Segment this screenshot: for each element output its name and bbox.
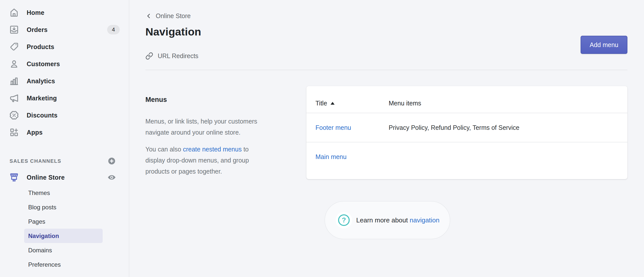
customers-icon [9,59,19,69]
sidebar-item-discounts[interactable]: Discounts [0,107,129,124]
analytics-icon [9,76,19,86]
column-header-label: Title [315,100,327,107]
sidebar-item-label: Analytics [27,77,55,85]
link-chain-icon [145,52,153,60]
column-header-label: Menu items [389,100,421,107]
sidebar-item-products[interactable]: Products [0,38,129,55]
primary-nav: Home Orders 4 Products [0,4,129,141]
storefront-icon [9,172,19,182]
sales-channels-header: SALES CHANNELS [0,153,129,169]
discounts-icon [9,110,19,120]
sidebar-item-label: Apps [27,129,43,136]
column-header-title[interactable]: Title [315,100,389,107]
footer-help: ? Learn more about navigation [325,201,450,239]
sidebar-item-marketing[interactable]: Marketing [0,90,129,107]
sidebar-item-navigation[interactable]: Navigation [24,229,103,243]
column-header-menu-items: Menu items [389,100,421,107]
sidebar-item-preferences[interactable]: Preferences [24,257,103,272]
orders-icon [9,25,19,35]
sidebar-item-analytics[interactable]: Analytics [0,72,129,90]
menus-table-card: Title Menu items Footer menu Privacy Pol… [306,86,627,179]
sidebar-item-label: Online Store [27,174,65,181]
menu-link-footer-menu[interactable]: Footer menu [315,124,351,131]
create-nested-menus-link[interactable]: create nested menus [183,146,242,153]
menu-link-main-menu[interactable]: Main menu [315,153,347,160]
page-title: Navigation [145,26,201,38]
sub-item-label: Navigation [28,232,59,240]
sidebar-item-blog-posts[interactable]: Blog posts [24,200,103,214]
orders-count-badge: 4 [107,25,120,34]
table-row: Footer menu Privacy Policy, Refund Polic… [306,113,627,142]
sub-item-label: Preferences [28,261,61,268]
navigation-help-link[interactable]: navigation [410,216,439,224]
sidebar-item-label: Discounts [27,112,58,119]
sidebar-item-themes[interactable]: Themes [24,186,103,200]
sidebar-item-customers[interactable]: Customers [0,55,129,72]
apps-icon [9,127,19,137]
sidebar: Home Orders 4 Products [0,0,129,277]
sidebar-item-online-store[interactable]: Online Store [0,169,129,186]
menus-section-heading: Menus [145,96,167,104]
sidebar-item-orders[interactable]: Orders 4 [0,21,129,38]
footer-help-text: Learn more about navigation [356,216,439,224]
question-mark-icon[interactable]: ? [338,214,350,226]
sub-item-label: Blog posts [28,204,56,211]
sub-item-label: Themes [28,189,50,196]
header-divider [145,70,627,70]
sort-ascending-caret-icon [331,102,335,105]
online-store-subnav: Themes Blog posts Pages Navigation Domai… [0,186,129,272]
sidebar-item-label: Customers [27,60,60,68]
breadcrumb[interactable]: Online Store [145,11,191,21]
add-sales-channel-button[interactable] [107,156,116,166]
main-content: Online Store Navigation Add menu URL Red… [129,0,644,277]
url-redirects-link[interactable]: URL Redirects [145,50,198,62]
breadcrumb-label: Online Store [156,12,191,20]
table-row: Main menu [306,142,627,171]
view-online-store-button[interactable] [107,173,116,182]
menus-description: Menus, or link lists, help your customer… [145,116,266,138]
sales-channels-heading: SALES CHANNELS [10,158,61,164]
sidebar-item-label: Home [27,9,44,16]
sidebar-item-domains[interactable]: Domains [24,243,103,257]
sidebar-item-pages[interactable]: Pages [24,214,103,229]
sidebar-item-home[interactable]: Home [0,4,129,21]
url-redirects-label: URL Redirects [158,52,198,60]
chevron-left-icon [145,13,152,19]
menus-description-2: You can also create nested menus to disp… [145,144,266,177]
sidebar-item-label: Products [27,43,54,51]
products-icon [9,42,19,52]
sidebar-item-label: Orders [27,26,48,33]
help-text-prefix: Learn more about [356,216,410,224]
sidebar-item-label: Marketing [27,95,57,102]
home-icon [9,8,19,18]
marketing-icon [9,93,19,103]
sub-item-label: Pages [28,218,45,225]
add-menu-button[interactable]: Add menu [581,36,627,54]
menu-items-cell: Privacy Policy, Refund Policy, Terms of … [389,124,618,131]
table-header-row: Title Menu items [306,86,627,113]
eye-icon [107,173,116,182]
plus-circle-icon [107,156,116,166]
sub-item-label: Domains [28,247,52,254]
sidebar-item-apps[interactable]: Apps [0,124,129,141]
description-text: You can also [145,146,183,153]
